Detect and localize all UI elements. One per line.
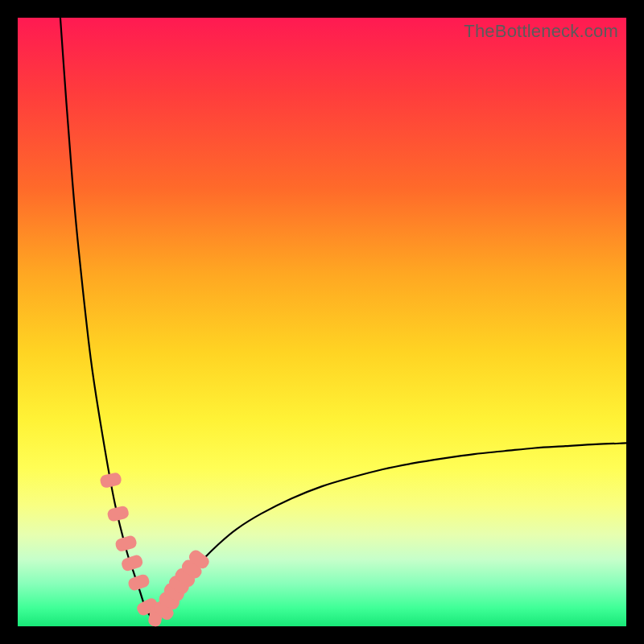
data-marker <box>120 554 144 572</box>
marker-group <box>99 472 211 628</box>
data-marker <box>127 573 151 592</box>
plot-area: TheBottleneck.com <box>18 18 626 626</box>
chart-frame: TheBottleneck.com <box>0 0 644 644</box>
bottleneck-curve <box>60 18 626 618</box>
data-marker <box>106 505 130 522</box>
curve-svg <box>18 18 626 626</box>
data-marker <box>99 472 122 489</box>
data-marker <box>114 535 138 553</box>
